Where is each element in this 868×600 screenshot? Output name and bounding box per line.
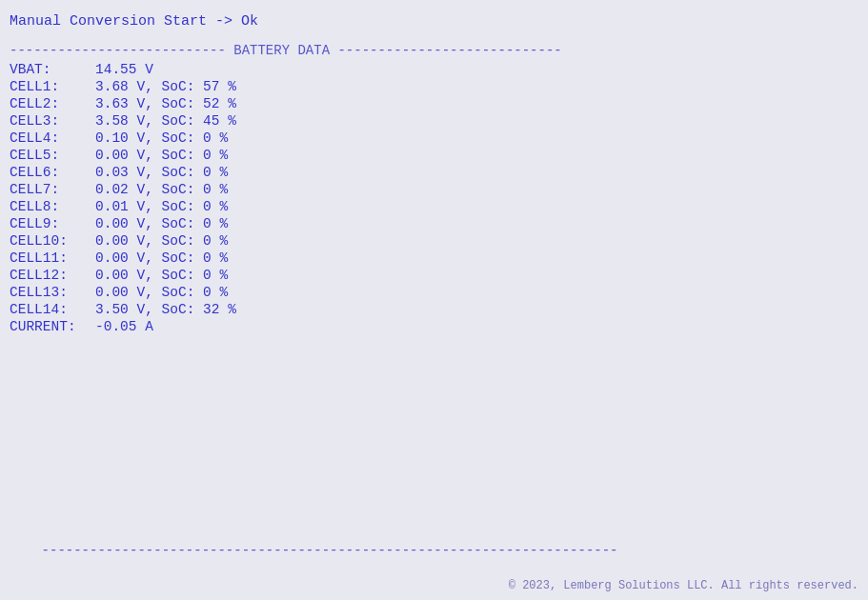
- cell4-row: CELL4: 0.10 V, SoC: 0 %: [10, 130, 858, 146]
- cell7-row: CELL7: 0.02 V, SoC: 0 %: [10, 182, 858, 197]
- bottom-divider: ----------------------------------------…: [10, 528, 858, 573]
- header-text: Manual Conversion Start -> Ok: [10, 13, 258, 30]
- cell13-value: 0.00 V, SoC: 0 %: [95, 285, 228, 300]
- current-value: -0.05 A: [95, 319, 153, 334]
- vbat-label: VBAT:: [10, 62, 95, 77]
- cell9-value: 0.00 V, SoC: 0 %: [95, 216, 228, 231]
- cell3-label: CELL3:: [10, 113, 95, 129]
- cell10-value: 0.00 V, SoC: 0 %: [95, 233, 228, 249]
- cell14-row: CELL14: 3.50 V, SoC: 32 %: [10, 302, 858, 317]
- cell8-value: 0.01 V, SoC: 0 %: [95, 199, 228, 214]
- cell3-value: 3.58 V, SoC: 45 %: [95, 113, 236, 129]
- cell5-row: CELL5: 0.00 V, SoC: 0 %: [10, 148, 858, 163]
- cell12-row: CELL12: 0.00 V, SoC: 0 %: [10, 268, 858, 283]
- cell1-row: CELL1: 3.68 V, SoC: 57 %: [10, 79, 858, 94]
- cell10-row: CELL10: 0.00 V, SoC: 0 %: [10, 233, 858, 249]
- cell11-label: CELL11:: [10, 250, 95, 266]
- cell2-label: CELL2:: [10, 96, 95, 111]
- vbat-value: 14.55 V: [95, 62, 153, 77]
- cell4-label: CELL4:: [10, 130, 95, 146]
- cell4-value: 0.10 V, SoC: 0 %: [95, 130, 228, 146]
- cell2-value: 3.63 V, SoC: 52 %: [95, 96, 236, 111]
- cell7-label: CELL7:: [10, 182, 95, 197]
- current-label: CURRENT:: [10, 319, 95, 334]
- cell14-label: CELL14:: [10, 302, 95, 317]
- vbat-row: VBAT: 14.55 V: [10, 62, 858, 77]
- cell1-value: 3.68 V, SoC: 57 %: [95, 79, 236, 94]
- cell6-value: 0.03 V, SoC: 0 %: [95, 165, 228, 180]
- cell1-label: CELL1:: [10, 79, 95, 94]
- cell13-row: CELL13: 0.00 V, SoC: 0 %: [10, 285, 858, 300]
- top-divider-text: --------------------------- BATTERY DATA…: [10, 43, 562, 58]
- copyright-text: © 2023, Lemberg Solutions LLC. All right…: [509, 579, 858, 592]
- cell12-label: CELL12:: [10, 268, 95, 283]
- battery-data-section: VBAT: 14.55 V CELL1: 3.68 V, SoC: 57 % C…: [10, 62, 858, 334]
- cell3-row: CELL3: 3.58 V, SoC: 45 %: [10, 113, 858, 129]
- cell12-value: 0.00 V, SoC: 0 %: [95, 268, 228, 283]
- current-row: CURRENT: -0.05 A: [10, 319, 858, 334]
- cell9-row: CELL9: 0.00 V, SoC: 0 %: [10, 216, 858, 231]
- terminal-output: Manual Conversion Start -> Ok ----------…: [0, 0, 868, 600]
- cell11-row: CELL11: 0.00 V, SoC: 0 %: [10, 250, 858, 266]
- footer-text: © 2023, Lemberg Solutions LLC. All right…: [509, 579, 858, 592]
- cell13-label: CELL13:: [10, 285, 95, 300]
- cell6-row: CELL6: 0.03 V, SoC: 0 %: [10, 165, 858, 180]
- top-divider: --------------------------- BATTERY DATA…: [10, 43, 858, 58]
- cell8-row: CELL8: 0.01 V, SoC: 0 %: [10, 199, 858, 214]
- header-line: Manual Conversion Start -> Ok: [10, 13, 858, 30]
- cell5-value: 0.00 V, SoC: 0 %: [95, 148, 228, 163]
- cell8-label: CELL8:: [10, 199, 95, 214]
- cell2-row: CELL2: 3.63 V, SoC: 52 %: [10, 96, 858, 111]
- bottom-divider-text: ----------------------------------------…: [42, 543, 618, 558]
- cell6-label: CELL6:: [10, 165, 95, 180]
- cell9-label: CELL9:: [10, 216, 95, 231]
- cell5-label: CELL5:: [10, 148, 95, 163]
- cell7-value: 0.02 V, SoC: 0 %: [95, 182, 228, 197]
- cell11-value: 0.00 V, SoC: 0 %: [95, 250, 228, 266]
- cell14-value: 3.50 V, SoC: 32 %: [95, 302, 236, 317]
- cell10-label: CELL10:: [10, 233, 95, 249]
